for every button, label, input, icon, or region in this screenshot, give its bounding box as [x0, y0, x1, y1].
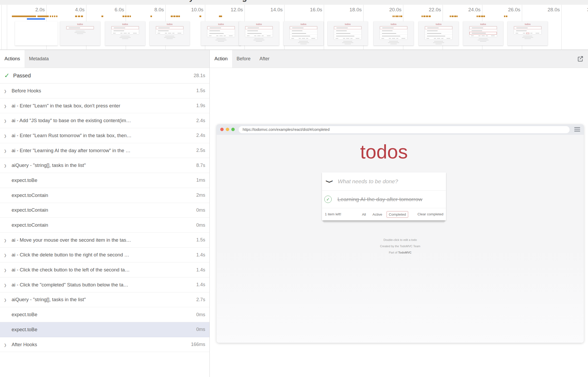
thumbnail-text-bar	[247, 33, 262, 34]
todo-toggle-check-icon[interactable]: ✓	[324, 196, 332, 203]
tab-before[interactable]: Before	[232, 50, 255, 68]
action-marker	[454, 16, 456, 17]
timeline-tick-label: 12.0s	[222, 7, 243, 13]
items-left-count: 1 item left!	[325, 212, 341, 216]
thumbnail-footer-dot	[124, 33, 127, 33]
timeline-tick-label: 24.0s	[459, 7, 481, 13]
thumbnail-footer-dot	[178, 33, 181, 33]
action-marker	[130, 16, 131, 17]
toggle-all-chevron-down-icon[interactable]: ❯	[326, 173, 334, 189]
action-marker	[399, 16, 400, 17]
timeline-thumbnail[interactable]: todos	[60, 21, 100, 46]
action-row[interactable]: ›ai - Click the delete button to the rig…	[0, 248, 209, 263]
thumbnail-text-bar	[292, 36, 310, 36]
timeline-thumbnail[interactable]: todos	[328, 21, 368, 46]
thumbnail-card	[469, 26, 497, 37]
clear-completed-button[interactable]: Clear completed	[418, 212, 443, 216]
action-row[interactable]: ›ai - Move your mouse over the second it…	[0, 233, 209, 248]
thumbnail-footer-dot	[219, 36, 223, 36]
action-marker	[393, 16, 394, 17]
action-marker	[450, 16, 451, 17]
action-row[interactable]: expect.toContain0ms	[0, 203, 209, 218]
trace-viewer: y g 2.0s4.0s6.0s8.0s10.0s12.0s14.0s16.0s…	[0, 0, 588, 377]
timeline-thumbnail[interactable]: todos	[419, 21, 459, 46]
timeline-thumbnail[interactable]: todos	[105, 21, 145, 46]
action-row[interactable]: expect.toContain2ms	[0, 188, 209, 203]
timeline-thumbnail[interactable]: todos	[239, 21, 279, 46]
action-marker	[125, 16, 127, 17]
action-marker	[78, 16, 80, 17]
open-snapshot-button[interactable]	[572, 50, 588, 68]
todo-item-label[interactable]: Learning AI the day after tomorrow	[337, 196, 422, 202]
action-duration: 2.5s	[196, 148, 205, 153]
thumbnail-info-lines	[508, 36, 548, 39]
thumbnail-footer-dot	[392, 38, 395, 39]
thumbnail-text-bar	[382, 28, 394, 28]
thumbnail-input	[290, 26, 317, 29]
thumbnail-text-bar	[248, 28, 259, 28]
chevron-right-icon: ›	[4, 235, 11, 245]
test-status-row[interactable]: ✓ Passed 28.1s	[0, 68, 209, 83]
action-row[interactable]: ›ai - Click the "completed" Status butto…	[0, 277, 209, 292]
thumbnail-text-bar	[427, 31, 438, 31]
thumbnail-footer	[425, 37, 452, 39]
test-duration: 28.1s	[194, 73, 205, 78]
action-row[interactable]: ›After Hooks166ms	[0, 337, 209, 352]
action-row[interactable]: ›ai - Enter "Learning AI the day after t…	[0, 143, 209, 158]
tab-after[interactable]: After	[255, 50, 274, 68]
action-row[interactable]: ›ai - Add "JS today" to base on the exis…	[0, 113, 209, 128]
action-row[interactable]: ›ai - Enter "Learn" in the task box, don…	[0, 98, 209, 113]
action-marker	[81, 16, 83, 17]
thumbnail-input	[469, 26, 497, 29]
timeline-thumbnail[interactable]: todos	[463, 21, 503, 46]
thumbnail-footer-dot	[526, 33, 529, 34]
filter-completed[interactable]: Completed	[387, 211, 408, 218]
action-row[interactable]: ›ai - Enter "Learn Rust tomorrow" in the…	[0, 128, 209, 143]
action-label: expect.toContain	[12, 222, 193, 228]
action-duration: 2.4s	[196, 118, 205, 123]
tab-spacer	[274, 50, 572, 68]
action-row[interactable]: expect.toBe0ms	[0, 322, 209, 337]
timeline-thumbnail[interactable]: todos	[283, 21, 324, 46]
thumbnail-todo-row	[425, 29, 452, 32]
action-row[interactable]: ›aiQuery - "string[], tasks in the list"…	[0, 292, 209, 307]
actions-tabbar: ActionsMetadata	[0, 50, 209, 68]
timeline-tick-label: 26.0s	[499, 7, 520, 13]
action-marker	[506, 16, 507, 17]
info-line-partof: Part of TodoMVC	[217, 251, 584, 254]
thumbnail-text-bar	[292, 28, 303, 28]
timeline-tick-label: 22.0s	[420, 7, 441, 13]
action-marker	[37, 16, 49, 17]
action-row[interactable]: ›Before Hooks1.5s	[0, 83, 209, 98]
action-marker	[127, 16, 129, 17]
timeline-thumbnail[interactable]: todos	[508, 21, 548, 46]
action-duration: 2ms	[196, 192, 205, 198]
new-todo-input[interactable]: What needs to be done?	[338, 178, 398, 185]
timeline[interactable]: 2.0s4.0s6.0s8.0s10.0s12.0s14.0s16.0s18.0…	[0, 5, 588, 50]
action-row[interactable]: expect.toBe0ms	[0, 307, 209, 322]
tab-metadata[interactable]: Metadata	[24, 50, 53, 68]
todomvc-link[interactable]: TodoMVC	[398, 251, 411, 254]
action-row[interactable]: expect.toBe1ms	[0, 173, 209, 188]
tab-actions[interactable]: Actions	[0, 50, 24, 68]
timeline-thumbnail[interactable]	[15, 21, 58, 46]
chevron-right-icon: ›	[4, 86, 11, 96]
filter-all[interactable]: All	[360, 211, 368, 218]
thumbnail-todos-title: todos	[328, 23, 368, 26]
thumbnail-footer-dot	[128, 33, 130, 33]
action-label: After Hooks	[12, 342, 188, 348]
action-marker	[481, 16, 483, 17]
thumbnail-footer	[207, 34, 235, 37]
timeline-thumbnail[interactable]: todos	[150, 21, 190, 46]
timeline-thumbnail[interactable]: todos	[374, 21, 414, 46]
tab-action[interactable]: Action	[210, 50, 232, 68]
actions-panel: ActionsMetadata ✓ Passed 28.1s ›Before H…	[0, 50, 210, 377]
action-row[interactable]: expect.toContain0ms	[0, 218, 209, 233]
filter-active[interactable]: Active	[370, 211, 384, 218]
chevron-right-icon: ›	[4, 116, 11, 126]
thumbnail-todos-title: todos	[239, 23, 279, 26]
action-row[interactable]: ›aiQuery - "string[], tasks in the list"…	[0, 158, 209, 173]
action-row[interactable]: ›ai - Click the check button to the left…	[0, 262, 209, 277]
timeline-thumbnail[interactable]: todos	[201, 21, 241, 46]
action-marker	[396, 16, 398, 17]
